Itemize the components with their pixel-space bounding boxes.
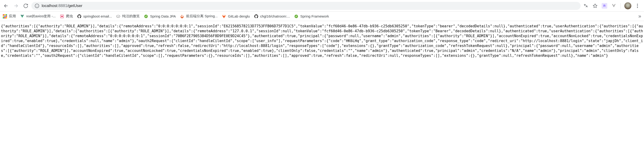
- svg-point-2: [61, 16, 63, 17]
- url-text: localhost:8881/getUser: [42, 3, 82, 8]
- back-button[interactable]: [3, 2, 9, 9]
- divider-icon: [620, 3, 620, 9]
- svg-point-3: [116, 15, 120, 17]
- profile-avatar[interactable]: [624, 2, 631, 9]
- flame-icon: [180, 14, 184, 18]
- vue-icon: [20, 14, 24, 18]
- bookmark-springboot-email[interactable]: springboot email...: [77, 14, 112, 18]
- bookmark-vue[interactable]: vue的axios使用 -...: [20, 14, 56, 18]
- bookmark-spring-jpa[interactable]: Spring Data JPA: [144, 14, 176, 18]
- url-path: /getUser: [68, 3, 82, 8]
- address-bar[interactable]: localhost:8881/getUser: [31, 2, 580, 10]
- spring-icon: [294, 14, 298, 18]
- spring-icon: [144, 14, 148, 18]
- reload-button[interactable]: [22, 2, 29, 9]
- bookmark-label: Spring Framework: [300, 14, 329, 18]
- github-icon: [254, 14, 258, 18]
- github-icon: [77, 14, 82, 18]
- crab-icon: [60, 14, 64, 18]
- apps-grid-icon: [3, 14, 7, 18]
- apps-button[interactable]: 应用: [3, 14, 16, 18]
- bookmark-label: Spring Data JPA: [150, 14, 176, 18]
- bookmark-label: vue的axios使用 -...: [26, 14, 56, 18]
- forward-button[interactable]: [13, 2, 19, 9]
- bookmark-gitlab[interactable]: GitLab denglu: [222, 14, 250, 18]
- bookmark-chunjie[interactable]: 纯洁的微笑: [116, 14, 140, 18]
- site-info-icon[interactable]: [35, 3, 39, 8]
- bookmark-qianhou[interactable]: 前后端分离 Spring...: [180, 14, 218, 18]
- toolbar-right: R: [583, 2, 641, 9]
- url-port: :8881: [57, 3, 68, 8]
- star-icon[interactable]: [592, 3, 598, 9]
- menu-button[interactable]: [635, 4, 640, 8]
- nav-group: [3, 2, 29, 9]
- bookmark-label: 纯洁的微笑: [122, 14, 140, 18]
- translate-icon[interactable]: [583, 3, 588, 9]
- bookmark-label: GitLab denglu: [228, 14, 250, 18]
- browser-toolbar: localhost:8881/getUser R: [0, 0, 644, 12]
- bookmarks-bar: 应用 vue的axios使用 -... 爬虫 springboot email.…: [0, 12, 644, 21]
- response-body: {"authorities":[{"authority":"ROLE_ADMIN…: [0, 21, 644, 61]
- bookmark-overflow[interactable]: »: [638, 13, 641, 19]
- gitlab-icon: [222, 14, 226, 18]
- apps-label: 应用: [9, 14, 16, 18]
- bookmark-chatroom[interactable]: chgl16/chatroom:...: [254, 14, 290, 18]
- bookmark-spring-framework[interactable]: Spring Framework: [294, 14, 329, 18]
- bookmark-label: springboot email...: [83, 14, 112, 18]
- extension-v-icon[interactable]: [611, 3, 616, 9]
- extension-r-icon[interactable]: R: [602, 3, 607, 9]
- bookmark-label: 爬虫: [66, 14, 73, 18]
- bookmark-label: 前后端分离 Spring...: [186, 14, 218, 18]
- bookmark-label: chgl16/chatroom:...: [260, 14, 290, 18]
- url-host: localhost: [42, 3, 57, 8]
- smile-icon: [116, 14, 120, 18]
- bookmark-pachong[interactable]: 爬虫: [60, 14, 73, 18]
